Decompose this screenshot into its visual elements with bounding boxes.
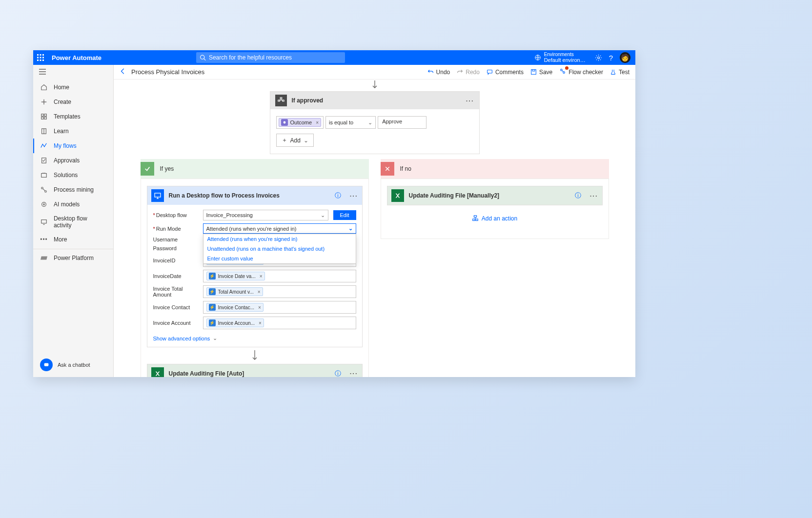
excel-auto-card[interactable]: Update Auditing File [Auto] ⓘ ··· (147, 364, 363, 378)
excel-manual-card[interactable]: Update Auditing File [Manually2] ⓘ ··· (387, 186, 603, 205)
comments-button[interactable]: Comments (487, 69, 524, 76)
condition-left-input[interactable]: Outcome× (276, 116, 324, 129)
desktop-flow-select[interactable]: Invoice_Processing⌄ (203, 210, 328, 220)
sidebar-item-learn[interactable]: Learn (33, 124, 113, 139)
username-label: Username (153, 237, 198, 242)
sidebar-item-more[interactable]: •••More (33, 232, 113, 247)
sidebar-item-power-platform[interactable]: Power Platform (33, 249, 113, 265)
sidebar-item-ai-models[interactable]: AI models (33, 197, 113, 212)
remove-chip[interactable]: × (258, 305, 261, 310)
topbar: Power Automate Environments Default envi… (33, 50, 635, 65)
svg-rect-59 (473, 219, 475, 221)
svg-rect-48 (278, 100, 280, 101)
condition-menu[interactable]: ··· (466, 97, 474, 104)
sidebar-item-create[interactable]: Create (33, 95, 113, 109)
sidebar-item-label: AI models (54, 201, 80, 208)
show-advanced-options[interactable]: Show advanced options⌄ (153, 335, 218, 341)
redo-button[interactable]: Redo (457, 69, 480, 76)
edit-button[interactable]: Edit (333, 210, 356, 220)
help-icon[interactable]: ⓘ (335, 191, 341, 200)
branch-no-header[interactable]: If no (381, 159, 609, 179)
sidebar-item-label: Approvals (54, 157, 80, 164)
sidebar-item-desktop-activity[interactable]: Desktop flow activity (33, 212, 113, 232)
invoice-contact-input[interactable]: ⚡Invoice Contac...× (203, 301, 356, 314)
condition-title: If approved (292, 97, 324, 104)
svg-point-12 (597, 57, 599, 59)
sidebar-item-label: Learn (54, 128, 69, 135)
add-condition-button[interactable]: ＋Add⌄ (276, 134, 314, 147)
svg-line-43 (562, 71, 564, 72)
canvas[interactable]: If approved ··· Outcome× is equal to⌄ Ap… (114, 80, 635, 377)
run-mode-select[interactable]: Attended (runs when you're signed in)⌄ (203, 223, 356, 234)
app-window: Power Automate Environments Default envi… (33, 50, 635, 377)
run-mode-label: Run Mode (153, 226, 198, 232)
remove-token[interactable]: × (316, 120, 319, 125)
sidebar-item-home[interactable]: Home (33, 80, 113, 95)
sidebar-toggle[interactable] (33, 65, 113, 80)
condition-operator-select[interactable]: is equal to⌄ (325, 116, 376, 129)
book-icon (40, 127, 48, 135)
branch-yes-header[interactable]: If yes (141, 159, 369, 179)
svg-rect-35 (44, 363, 49, 366)
run-mode-option[interactable]: Enter custom value (203, 254, 356, 263)
sidebar-item-my-flows[interactable]: My flows (33, 139, 113, 153)
help-icon[interactable]: ⓘ (335, 369, 341, 378)
sidebar-item-templates[interactable]: Templates (33, 109, 113, 124)
dynamic-content-icon: ⚡ (209, 304, 216, 311)
condition-card[interactable]: If approved ··· Outcome× is equal to⌄ Ap… (270, 91, 480, 154)
remove-chip[interactable]: × (260, 274, 263, 279)
sidebar-item-process-mining[interactable]: Process mining (33, 182, 113, 197)
action-title: Run a Desktop flow to Process Invoices (169, 192, 280, 199)
add-action-icon (472, 215, 479, 222)
search-input[interactable] (196, 52, 345, 63)
svg-rect-18 (41, 114, 43, 116)
help-icon[interactable]: ⓘ (575, 191, 581, 200)
svg-point-41 (561, 69, 563, 71)
action-menu[interactable]: ··· (350, 192, 358, 199)
remove-chip[interactable]: × (258, 289, 261, 295)
invoice-date-input[interactable]: ⚡Invoice Date va...× (203, 270, 356, 282)
chatbot-button[interactable]: Ask a chatbot (33, 353, 113, 377)
chevron-down-icon: ⌄ (321, 212, 325, 219)
test-button[interactable]: Test (610, 69, 629, 76)
solutions-icon (40, 171, 48, 179)
invoice-total-label: Invoice Total Amount (153, 286, 198, 298)
svg-point-31 (42, 202, 46, 207)
sidebar-item-label: Desktop flow activity (54, 215, 106, 229)
back-button[interactable] (120, 68, 126, 76)
add-action-button[interactable]: Add an action (387, 205, 603, 232)
invoice-total-input[interactable]: ⚡Total Amount v...× (203, 285, 356, 298)
condition-right-input[interactable]: Approve (378, 116, 426, 129)
help-icon[interactable]: ? (609, 54, 613, 62)
sidebar-item-solutions[interactable]: Solutions (33, 168, 113, 182)
environments-label: Environments (544, 52, 588, 57)
connector-arrow (147, 347, 363, 364)
waffle-icon (37, 54, 44, 61)
svg-rect-1 (40, 54, 41, 56)
alert-badge (565, 66, 568, 70)
svg-rect-20 (41, 117, 43, 119)
action-menu[interactable]: ··· (350, 370, 358, 377)
undo-button[interactable]: Undo (427, 69, 450, 76)
password-label: Password (153, 245, 198, 251)
flow-checker-button[interactable]: Flow checker (559, 68, 603, 76)
user-avatar[interactable]: 🧑 (620, 52, 630, 63)
branch-yes-label: If yes (160, 165, 174, 172)
svg-point-29 (45, 191, 47, 193)
invoice-account-input[interactable]: ⚡Invoice Accoun...× (203, 317, 356, 329)
desktop-flow-card[interactable]: Run a Desktop flow to Process Invoices ⓘ… (147, 186, 363, 347)
save-button[interactable]: Save (530, 69, 552, 76)
dynamic-content-icon: ⚡ (209, 273, 216, 279)
action-menu[interactable]: ··· (590, 192, 598, 199)
environment-picker[interactable]: Environments Default environm... (534, 52, 588, 63)
remove-chip[interactable]: × (259, 320, 262, 326)
app-launcher-button[interactable] (33, 50, 48, 65)
sidebar-item-approvals[interactable]: Approvals (33, 153, 113, 168)
svg-rect-8 (42, 60, 44, 61)
run-mode-option[interactable]: Unattended (runs on a machine that's sig… (203, 244, 356, 254)
connector-arrow (141, 80, 609, 91)
run-mode-option[interactable]: Attended (runs when you're signed in) (203, 234, 356, 244)
gear-icon[interactable] (595, 54, 602, 61)
svg-rect-19 (44, 114, 46, 116)
sidebar-item-label: My flows (54, 142, 77, 149)
